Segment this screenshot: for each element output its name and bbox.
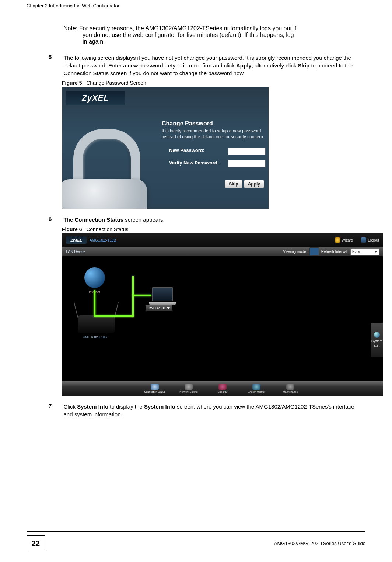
internet-globe-icon [84,267,105,288]
step-7: 7 Click System Info to display the Syste… [49,403,365,418]
wizard-icon [335,237,340,243]
figure6-caption: Figure 6 Connection Status [62,226,365,232]
nav-sec-label: Security [218,391,227,393]
chevron-down-icon [167,307,170,309]
system-info-icon [374,332,380,338]
note-prefix: Note: [63,25,77,31]
wizard-label: Wizard [342,238,353,242]
router-icon [78,315,115,333]
zyxel-logo-small: ZyXEL [66,236,87,244]
change-password-subtext: It is highly recommended to setup a new … [162,128,265,140]
verify-password-label: Verify New Password: [169,160,219,166]
step7-fragment1: Click [63,403,77,410]
note-text-line2: you do not use the web configurator for … [63,32,365,38]
sub-bar: LAN Device Viewing mode: Refresh Interva… [62,247,383,256]
figure6-prefix: Figure 6 [62,226,82,232]
network-setting-icon [185,384,193,390]
guide-title: AMG1302/AMG1202-TSeries User's Guide [274,541,365,546]
lan-device-label: LAN Device [66,250,85,254]
step-5-number: 5 [49,54,62,60]
system-info-label2: Info [374,344,379,348]
figure5-caption: Figure 5 Change Password Screen [62,80,365,86]
step-7-number: 7 [49,403,62,409]
step6-fragment1: The [63,216,74,223]
wizard-link[interactable]: Wizard [335,237,353,243]
step7-sysinfo2-bold: System Info [144,403,175,410]
zyxel-logo-text: ZyXEL [82,93,109,103]
laptop-hostname-tag[interactable]: TWPCZT01 [146,305,172,311]
topology-canvas: Internet AMG1302-T10B TWPCZT01 System [62,256,383,381]
system-info-label1: System [371,339,382,343]
step-7-text: Click System Info to display the System … [63,403,358,418]
nav-net-label: Network Setting [179,391,197,393]
step-5-text: The following screen displays if you hav… [63,54,358,77]
security-icon [218,384,227,390]
note-text-line1: For security reasons, the AMG1302/AMG120… [79,25,297,31]
nav-security[interactable]: Security [207,384,238,393]
nav-network-setting[interactable]: Network Setting [174,384,204,393]
step-6-text: The Connection Status screen appears. [63,216,358,223]
topology-line [132,276,134,317]
zyxel-logo-small-text: ZyXEL [70,238,82,242]
step-5: 5 The following screen displays if you h… [49,54,365,77]
step7-sysinfo1-bold: System Info [77,403,108,410]
chevron-down-icon [374,251,377,253]
system-monitor-icon [252,384,260,390]
refresh-interval-select[interactable]: None [350,248,379,255]
step-6-number: 6 [49,216,62,222]
nav-connection-status[interactable]: Connection Status [140,384,170,393]
figure5-title: Change Password Screen [86,80,146,86]
connection-status-screenshot: ZyXEL AMG1302-T10B Wizard Logout LAN Dev… [62,233,383,396]
logout-label: Logout [368,238,379,242]
refresh-interval-value: None [352,250,360,253]
viewing-mode-icon[interactable] [309,247,319,256]
change-password-screenshot: ZyXEL Change Password It is highly recom… [62,87,269,209]
connection-status-icon [151,384,159,390]
change-password-heading: Change Password [162,120,213,127]
step7-fragment2: to display the [108,403,144,410]
apply-button[interactable]: Apply [244,180,264,188]
new-password-field[interactable] [228,148,266,155]
topology-line [132,295,151,296]
new-password-label: New Password: [169,148,204,153]
step-6: 6 The Connection Status screen appears. [49,216,365,223]
nav-maintenance[interactable]: Maintenance [275,384,305,393]
nav-mnt-label: Maintenance [283,391,298,393]
bottom-nav: Connection Status Network Setting Securi… [62,381,383,396]
page-header: Chapter 2 Introducing the Web Configurat… [27,0,365,10]
step5-fragment2: ; alternatively click [252,62,298,69]
top-bar: ZyXEL AMG1302-T10B Wizard Logout [62,233,383,247]
nav-conn-label: Connection Status [144,391,165,393]
logout-icon [361,237,366,243]
laptop-icon [149,287,176,303]
topology-line [94,290,95,315]
step6-conn-status-bold: Connection Status [74,216,123,223]
refresh-interval-label: Refresh Interval: [321,250,348,254]
step5-skip-bold: Skip [298,62,310,69]
step6-fragment2: screen appears. [123,216,165,223]
figure6-title: Connection Status [86,226,128,232]
skip-button[interactable]: Skip [225,180,242,188]
nav-system-monitor[interactable]: System Monitor [241,384,272,393]
zyxel-logo: ZyXEL [66,91,125,105]
model-label: AMG1302-T10B [90,238,116,242]
topology-line [94,315,134,317]
maintenance-icon [286,384,294,390]
logout-link[interactable]: Logout [361,237,379,243]
page-footer: 22 AMG1302/AMG1202-TSeries User's Guide [27,531,365,551]
chapter-title: Chapter 2 Introducing the Web Configurat… [27,3,119,8]
system-info-side-tab[interactable]: System Info [371,323,383,357]
note-block: Note: For security reasons, the AMG1302/… [63,25,365,45]
router-label: AMG1302-T10B [83,335,107,339]
note-text-line3: in again. [63,38,365,45]
laptop-hostname-label: TWPCZT01 [148,306,166,310]
step5-apply-bold: Apply [236,62,252,69]
page-number: 22 [27,535,45,551]
viewing-mode-label: Viewing mode: [283,250,307,254]
figure5-prefix: Figure 5 [62,80,82,86]
nav-mon-label: System Monitor [248,391,266,393]
verify-password-field[interactable] [228,160,266,167]
